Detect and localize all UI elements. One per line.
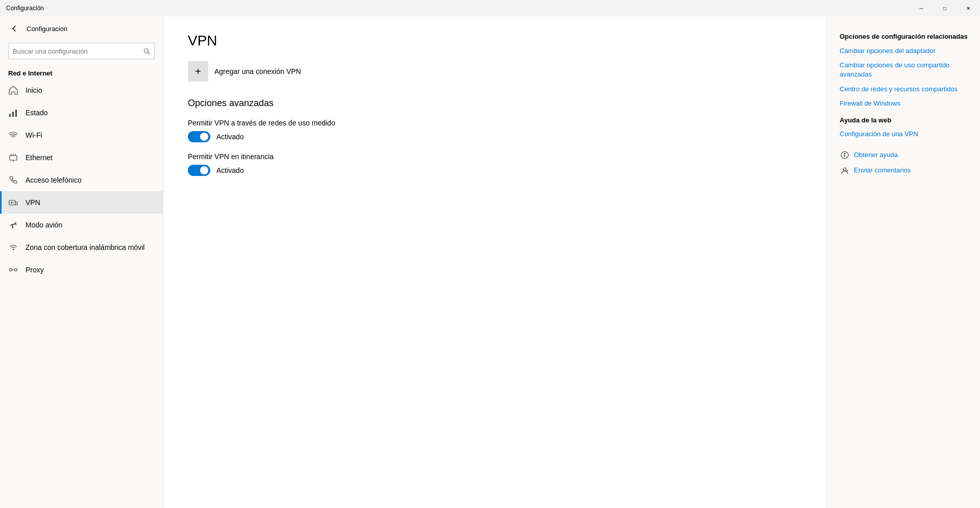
sidebar-item-acceso-telefonico[interactable]: Acceso telefónico [0, 169, 163, 191]
back-icon [11, 26, 17, 32]
sidebar-item-acceso-label: Acceso telefónico [26, 176, 82, 184]
svg-point-20 [843, 168, 846, 171]
option1-label: Permitir VPN a través de redes de uso me… [188, 119, 802, 127]
vpn-icon [8, 197, 18, 208]
sidebar-item-modo-avion-label: Modo avión [26, 221, 62, 229]
help-section-title: Ayuda de la web [840, 116, 968, 124]
right-panel: Opciones de configuración relacionadas C… [827, 16, 980, 508]
svg-rect-3 [12, 112, 14, 117]
svg-line-21 [846, 170, 848, 171]
send-feedback-item[interactable]: Enviar comentarios [840, 165, 968, 175]
toggle-metered[interactable] [188, 131, 210, 142]
sidebar-item-ethernet[interactable]: Ethernet [0, 146, 163, 169]
vpn-config-link[interactable]: Configuración de una VPN [840, 130, 968, 138]
svg-rect-5 [10, 156, 17, 160]
sidebar-item-wifi[interactable]: Wi-Fi [0, 124, 163, 146]
sidebar-item-zona-label: Zona con cobertura inalámbrica móvil [26, 243, 144, 251]
svg-point-14 [10, 269, 12, 271]
sidebar-item-proxy-label: Proxy [26, 266, 44, 274]
airplane-icon [8, 220, 18, 230]
phone-icon [8, 175, 18, 185]
sidebar-item-zona-cobertura[interactable]: Zona con cobertura inalámbrica móvil [0, 236, 163, 259]
maximize-button[interactable]: □ [933, 0, 957, 16]
option-metered-networks: Permitir VPN a través de redes de uso me… [188, 119, 802, 142]
firewall-link[interactable]: Firewall de Windows [840, 99, 968, 108]
option2-status: Activado [216, 166, 244, 174]
sidebar-header: Configuración [0, 16, 163, 41]
svg-point-15 [15, 269, 17, 271]
related-settings-title: Opciones de configuración relacionadas [840, 33, 968, 40]
search-container [0, 41, 163, 65]
back-button[interactable] [6, 20, 22, 37]
titlebar-title: Configuración [6, 5, 44, 12]
bottom-links: Obtener ayuda Enviar comentarios [840, 150, 968, 175]
svg-rect-19 [844, 155, 845, 157]
svg-rect-4 [15, 110, 17, 117]
sidebar-item-proxy[interactable]: Proxy [0, 259, 163, 281]
search-box[interactable] [8, 43, 155, 59]
toggle-thumb-2 [200, 166, 208, 174]
add-vpn-label: Agregar una conexión VPN [214, 67, 301, 75]
sidebar: Configuración Red e Internet I [0, 16, 163, 508]
toggle-roaming[interactable] [188, 165, 210, 176]
get-help-link[interactable]: Obtener ayuda [854, 151, 898, 159]
sidebar-item-ethernet-label: Ethernet [26, 154, 53, 162]
titlebar-controls: ─ □ ✕ [910, 0, 980, 16]
sidebar-item-estado-label: Estado [26, 109, 48, 117]
ethernet-icon [8, 153, 18, 163]
sidebar-app-title: Configuración [27, 25, 67, 33]
main-content: VPN + Agregar una conexión VPN Opciones … [163, 16, 827, 508]
toggle-track-1[interactable] [188, 131, 210, 142]
sidebar-item-modo-avion[interactable]: Modo avión [0, 214, 163, 236]
feedback-icon [840, 165, 850, 175]
search-input[interactable] [13, 47, 140, 55]
svg-point-13 [13, 249, 14, 250]
wifi-icon [8, 130, 18, 140]
network-center-link[interactable]: Centro de redes y recursos compartidos [840, 85, 968, 94]
toggle-track-2[interactable] [188, 165, 210, 176]
option2-label: Permitir VPN en itinerancia [188, 153, 802, 161]
svg-point-18 [844, 153, 846, 154]
get-help-item[interactable]: Obtener ayuda [840, 150, 968, 160]
hotspot-icon [8, 242, 18, 252]
toggle-row-2: Activado [188, 165, 802, 176]
add-vpn-button[interactable]: + Agregar una conexión VPN [188, 61, 301, 82]
send-feedback-link[interactable]: Enviar comentarios [854, 166, 911, 174]
adapter-options-link[interactable]: Cambiar opciones del adaptador [840, 46, 968, 56]
option1-status: Activado [216, 133, 244, 141]
add-vpn-icon: + [188, 61, 208, 82]
status-icon [8, 108, 18, 118]
main-window: Configuración Red e Internet I [0, 16, 980, 508]
sidebar-item-vpn[interactable]: VPN [0, 191, 163, 214]
sidebar-item-wifi-label: Wi-Fi [26, 131, 42, 139]
page-title: VPN [188, 33, 802, 49]
sidebar-item-inicio-label: Inicio [26, 86, 42, 94]
advanced-section-title: Opciones avanzadas [188, 98, 802, 109]
titlebar: Configuración ─ □ ✕ [0, 0, 980, 16]
help-icon [840, 150, 850, 160]
titlebar-left: Configuración [6, 5, 44, 12]
sidebar-item-estado[interactable]: Estado [0, 101, 163, 124]
toggle-row-1: Activado [188, 131, 802, 142]
svg-rect-2 [9, 114, 11, 117]
home-icon [8, 85, 18, 95]
sidebar-item-inicio[interactable]: Inicio [0, 79, 163, 101]
proxy-icon [8, 265, 18, 275]
sidebar-item-vpn-label: VPN [26, 198, 40, 207]
sharing-options-link[interactable]: Cambiar opciones de uso compartido avanz… [840, 61, 968, 79]
toggle-thumb-1 [200, 133, 208, 141]
close-button[interactable]: ✕ [957, 0, 980, 16]
search-icon [143, 48, 150, 55]
sidebar-section-label: Red e Internet [0, 65, 163, 79]
svg-line-1 [148, 52, 150, 54]
option-roaming: Permitir VPN en itinerancia Activado [188, 153, 802, 176]
minimize-button[interactable]: ─ [910, 0, 933, 16]
